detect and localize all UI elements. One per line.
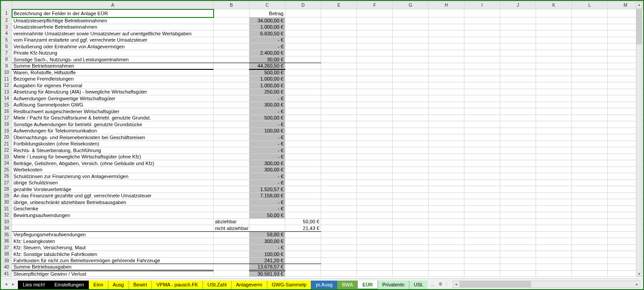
row-header[interactable]: 21 [1, 141, 12, 147]
cell[interactable] [321, 108, 357, 115]
cell[interactable] [357, 218, 393, 225]
cell[interactable] [500, 244, 536, 251]
cell[interactable] [357, 17, 393, 24]
cell[interactable] [500, 89, 536, 95]
cell[interactable] [357, 166, 393, 173]
cell-D[interactable] [285, 264, 321, 271]
cell[interactable] [572, 43, 608, 50]
cell-A1[interactable]: Bezeichnung der Felder in der Anlage EÜR [12, 9, 214, 17]
row-header[interactable]: 40 [1, 264, 12, 271]
cell[interactable] [572, 225, 608, 232]
tab-nav-first-icon[interactable]: ◂ [3, 281, 9, 287]
cell-D[interactable]: 50,00 € [285, 218, 321, 225]
cell[interactable] [536, 82, 572, 89]
cell[interactable] [321, 160, 357, 167]
scroll-up-icon[interactable]: ▴ [636, 2, 642, 7]
cell[interactable] [500, 121, 536, 128]
cell[interactable] [464, 173, 500, 180]
cell-B[interactable] [214, 212, 249, 219]
cell-D[interactable] [285, 82, 321, 89]
cell[interactable] [357, 24, 393, 30]
cell[interactable] [464, 56, 500, 63]
cell[interactable] [536, 173, 572, 180]
cell[interactable] [500, 30, 536, 37]
cell-C[interactable]: 30,00 € [249, 56, 285, 63]
cell-D[interactable] [285, 166, 321, 173]
cell[interactable] [393, 121, 429, 128]
cell-A[interactable]: Waren, Rohstoffe, Hilfsstoffe [12, 69, 214, 76]
cell[interactable] [321, 141, 357, 147]
cell-D[interactable] [285, 50, 321, 56]
cell[interactable] [536, 89, 572, 95]
cell[interactable] [429, 82, 464, 89]
cell[interactable] [429, 264, 464, 271]
cell-D[interactable] [285, 270, 321, 277]
cell[interactable] [572, 251, 608, 258]
cell-D[interactable] [285, 63, 321, 69]
cell-B[interactable] [214, 205, 249, 212]
cell[interactable] [572, 192, 608, 199]
row-header[interactable]: 19 [1, 128, 12, 134]
cell-A[interactable]: übrige, unbeschränkt abziehbare Betriebs… [12, 199, 214, 206]
cell[interactable] [536, 24, 572, 30]
cell[interactable] [429, 50, 464, 56]
cell[interactable] [321, 63, 357, 69]
sheet-tab[interactable]: USt.Zahl [202, 281, 232, 290]
cell-B[interactable] [214, 179, 249, 186]
cell[interactable] [393, 134, 429, 141]
cell[interactable] [572, 17, 608, 24]
cell[interactable] [357, 173, 393, 180]
cell[interactable] [464, 76, 500, 82]
cell[interactable] [500, 205, 536, 212]
cell[interactable] [464, 9, 500, 17]
cell[interactable] [500, 270, 536, 277]
cell[interactable] [321, 277, 357, 278]
cell[interactable] [357, 37, 393, 43]
cell-D[interactable] [285, 205, 321, 212]
cell[interactable] [393, 115, 429, 121]
cell-B[interactable] [214, 102, 249, 108]
cell[interactable] [321, 95, 357, 102]
cell[interactable] [393, 50, 429, 56]
cell[interactable] [572, 277, 608, 278]
cell[interactable] [357, 102, 393, 108]
cell-C[interactable]: 58,80 € [249, 231, 285, 238]
col-header-C[interactable]: C [249, 1, 285, 9]
cell[interactable] [500, 212, 536, 219]
row-header[interactable]: 17 [1, 115, 12, 121]
cell-C[interactable]: - € [249, 134, 285, 141]
cell[interactable] [357, 160, 393, 167]
cell[interactable] [393, 63, 429, 69]
cell[interactable] [500, 134, 536, 141]
cell[interactable] [429, 95, 464, 102]
cell[interactable] [464, 141, 500, 147]
cell[interactable] [357, 89, 393, 95]
cell[interactable] [536, 270, 572, 277]
cell[interactable] [357, 212, 393, 219]
row-header[interactable]: 7 [1, 50, 12, 56]
cell[interactable] [393, 69, 429, 76]
cell-B[interactable] [214, 160, 249, 167]
cell[interactable] [572, 63, 608, 69]
cell-A[interactable]: Kfz: Steuern, Versicherung, Maut [12, 244, 214, 251]
horizontal-scroll-thumb[interactable] [459, 281, 531, 287]
col-header-A[interactable]: A [12, 1, 214, 9]
cell[interactable] [536, 76, 572, 82]
cell-B[interactable] [214, 166, 249, 173]
cell[interactable] [536, 218, 572, 225]
cell[interactable] [500, 173, 536, 180]
cell[interactable] [536, 186, 572, 193]
cell-A[interactable]: Private Kfz-Nutzung [12, 50, 214, 56]
cell-B[interactable]: nicht abziehbar [214, 225, 249, 232]
row-header[interactable]: 39 [1, 257, 12, 264]
sheet-tab[interactable]: Lies mich! [18, 281, 50, 290]
cell-D[interactable] [285, 108, 321, 115]
cell-A[interactable]: Miete / Pacht für Geschäftsräume & betri… [12, 115, 214, 121]
row-header[interactable]: 23 [1, 154, 12, 160]
cell[interactable] [536, 37, 572, 43]
cell[interactable] [429, 199, 464, 206]
col-header-I[interactable]: I [464, 1, 500, 9]
cell[interactable] [536, 56, 572, 63]
cell[interactable] [393, 199, 429, 206]
cell[interactable] [357, 108, 393, 115]
